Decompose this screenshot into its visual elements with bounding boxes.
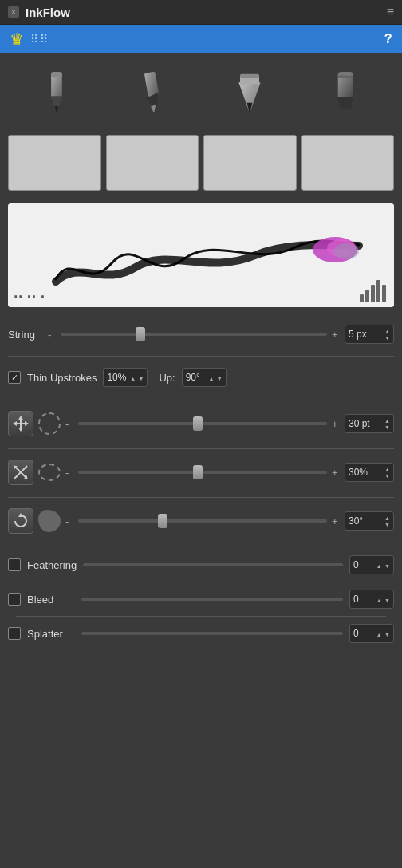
splatter-arrows[interactable]: ▲ ▼ bbox=[376, 628, 390, 639]
row4-arrow-down[interactable]: ▼ bbox=[384, 522, 390, 527]
bleed-checkbox[interactable] bbox=[8, 593, 21, 606]
string-thumb[interactable] bbox=[136, 327, 145, 341]
splatter-value-box[interactable]: 0 ▲ ▼ bbox=[349, 624, 394, 643]
row3-slider[interactable] bbox=[78, 467, 327, 478]
bleed-arrow-up[interactable]: ▲ bbox=[376, 598, 382, 603]
bleed-arrow-down[interactable]: ▼ bbox=[384, 598, 390, 603]
brush-nib-button[interactable] bbox=[214, 65, 286, 120]
bleed-slider[interactable] bbox=[81, 598, 343, 601]
row2-tool-icon[interactable] bbox=[8, 411, 34, 436]
feature-section: Feathering 0 ▲ ▼ Bleed 0 ▲ ▼ Splatter bbox=[0, 550, 402, 649]
row3-arrow-down[interactable]: ▼ bbox=[384, 473, 390, 479]
upstrokes-value-box[interactable]: 10% ▲ ▼ bbox=[103, 368, 148, 387]
divider-1 bbox=[8, 314, 394, 314]
splatter-arrow-down[interactable]: ▼ bbox=[384, 632, 390, 637]
upstrokes-arrow-up[interactable]: ▲ bbox=[130, 376, 136, 381]
row4-value: 30° bbox=[349, 515, 363, 527]
row4-value-box[interactable]: 30° ▲ ▼ bbox=[345, 511, 394, 531]
upstrokes-checkbox[interactable] bbox=[8, 371, 21, 384]
nib-icon bbox=[226, 69, 274, 116]
svg-marker-14 bbox=[337, 97, 353, 108]
row4-arrows[interactable]: ▲ ▼ bbox=[384, 515, 390, 527]
row2-value-box[interactable]: 30 pt ▲ ▼ bbox=[345, 414, 394, 433]
menu-button[interactable]: ≡ bbox=[387, 5, 394, 19]
up-arrow-down[interactable]: ▼ bbox=[217, 376, 223, 381]
feathering-value-box[interactable]: 0 ▲ ▼ bbox=[349, 555, 394, 574]
upstrokes-value: 10% bbox=[107, 372, 126, 383]
splatter-value: 0 bbox=[353, 628, 359, 639]
bleed-value: 0 bbox=[353, 594, 359, 605]
up-value-box[interactable]: 90° ▲ ▼ bbox=[182, 368, 227, 387]
preset-swatches-row bbox=[0, 128, 402, 197]
marker-icon bbox=[33, 69, 81, 116]
string-slider[interactable] bbox=[61, 329, 327, 340]
thick-marker-icon bbox=[322, 69, 370, 116]
bleed-label: Bleed bbox=[27, 594, 75, 606]
preset-swatch-3[interactable] bbox=[203, 135, 297, 191]
divider-7 bbox=[16, 582, 386, 582]
brush-thick-marker-button[interactable] bbox=[310, 65, 382, 120]
row3-arrow-up[interactable]: ▲ bbox=[384, 467, 390, 472]
upstrokes-arrow-down[interactable]: ▼ bbox=[138, 376, 144, 381]
feathering-arrow-down[interactable]: ▼ bbox=[384, 563, 390, 569]
row3-thumb[interactable] bbox=[193, 465, 203, 479]
upstrokes-row: Thin Upstrokes 10% ▲ ▼ Up: 90° ▲ ▼ bbox=[8, 363, 394, 392]
feathering-checkbox[interactable] bbox=[8, 558, 21, 571]
row3-tool-icon[interactable] bbox=[8, 460, 34, 485]
help-button[interactable]: ? bbox=[384, 31, 392, 47]
divider-8 bbox=[16, 616, 386, 617]
string-value: 5 px bbox=[349, 329, 367, 340]
preview-canvas bbox=[8, 203, 394, 307]
splatter-checkbox[interactable] bbox=[8, 627, 21, 640]
string-value-box[interactable]: 5 px ▲ ▼ bbox=[345, 325, 394, 344]
row4-thumb[interactable] bbox=[158, 514, 168, 528]
preset-swatch-1[interactable] bbox=[8, 135, 101, 191]
blue-header-bar: ♛ ⠿⠿ ? bbox=[0, 25, 402, 53]
row2-thumb[interactable] bbox=[193, 416, 203, 431]
resize-icon bbox=[13, 464, 29, 480]
blob-icon bbox=[38, 510, 61, 532]
arrows-icon bbox=[13, 416, 29, 432]
brush-marker-button[interactable] bbox=[21, 65, 93, 120]
brush-pencil-button[interactable] bbox=[117, 65, 189, 120]
row4-arrow-up[interactable]: ▲ bbox=[384, 515, 390, 521]
string-arrow-up[interactable]: ▲ bbox=[384, 329, 390, 334]
splatter-row: Splatter 0 ▲ ▼ bbox=[8, 620, 394, 647]
row4-plus: + bbox=[332, 515, 340, 527]
row2-arrow-up[interactable]: ▲ bbox=[384, 418, 390, 424]
feathering-arrow-up[interactable]: ▲ bbox=[376, 563, 382, 569]
bleed-value-box[interactable]: 0 ▲ ▼ bbox=[349, 590, 394, 609]
feathering-slider[interactable] bbox=[83, 563, 343, 566]
noise-icon: ▪▪ ▪▪ ▪ bbox=[14, 291, 46, 301]
svg-rect-3 bbox=[51, 72, 62, 77]
row3-value-box[interactable]: 30% ▲ ▼ bbox=[345, 463, 394, 482]
app-title: InkFlow bbox=[26, 6, 70, 19]
row3-arrows[interactable]: ▲ ▼ bbox=[384, 467, 390, 479]
row2-arrows[interactable]: ▲ ▼ bbox=[384, 418, 390, 430]
svg-rect-10 bbox=[240, 74, 259, 78]
divider-5 bbox=[8, 497, 394, 498]
svg-point-20 bbox=[333, 243, 359, 259]
feathering-label: Feathering bbox=[27, 559, 77, 571]
rotate-icon bbox=[13, 513, 29, 529]
bleed-arrows[interactable]: ▲ ▼ bbox=[376, 594, 390, 605]
circle-dashed-icon bbox=[38, 412, 61, 435]
row2-row: - + 30 pt ▲ ▼ bbox=[8, 407, 394, 440]
row2-arrow-down[interactable]: ▼ bbox=[384, 424, 390, 430]
preset-swatch-4[interactable] bbox=[302, 135, 395, 191]
feathering-arrows[interactable]: ▲ ▼ bbox=[376, 559, 390, 570]
up-arrows[interactable]: ▲ ▼ bbox=[208, 372, 222, 383]
up-arrow-up[interactable]: ▲ bbox=[208, 376, 214, 381]
feathering-row: Feathering 0 ▲ ▼ bbox=[8, 551, 394, 578]
string-arrow-down[interactable]: ▼ bbox=[384, 335, 390, 341]
preset-swatch-2[interactable] bbox=[106, 135, 199, 191]
string-arrows[interactable]: ▲ ▼ bbox=[384, 329, 390, 341]
row3-section: - + 30% ▲ ▼ bbox=[0, 452, 402, 494]
splatter-slider[interactable] bbox=[81, 632, 343, 635]
splatter-arrow-up[interactable]: ▲ bbox=[376, 632, 382, 637]
row2-slider[interactable] bbox=[78, 418, 327, 429]
row4-slider[interactable] bbox=[78, 515, 327, 527]
upstrokes-arrows[interactable]: ▲ ▼ bbox=[130, 372, 144, 383]
close-button[interactable]: × bbox=[8, 6, 19, 18]
row4-tool-icon[interactable] bbox=[8, 508, 34, 534]
